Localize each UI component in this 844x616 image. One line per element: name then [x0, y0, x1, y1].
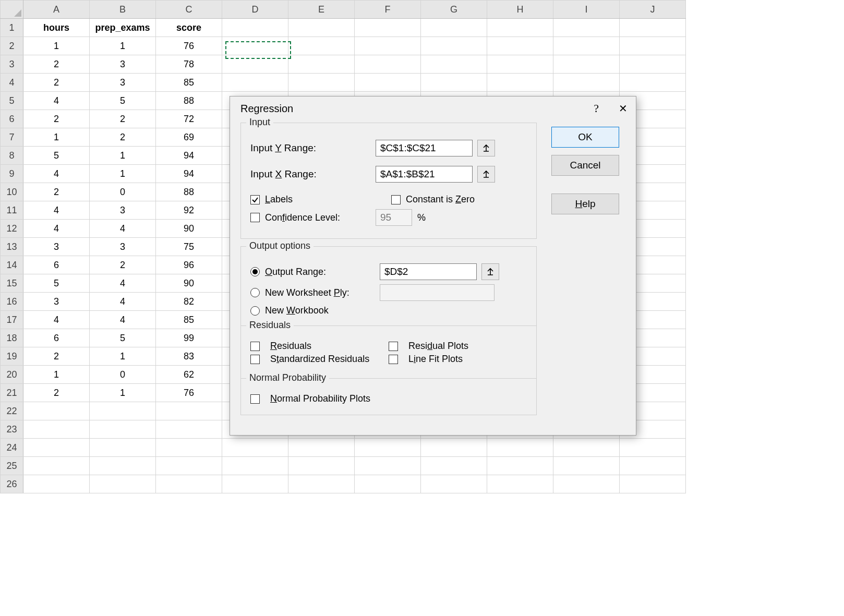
cell[interactable] — [421, 37, 487, 55]
column-header[interactable]: J — [620, 1, 686, 19]
cell[interactable]: 1 — [90, 165, 156, 183]
column-header[interactable]: C — [156, 1, 222, 19]
cell[interactable]: 69 — [156, 128, 222, 147]
cell[interactable] — [487, 19, 553, 37]
cell[interactable]: 1 — [23, 366, 90, 384]
output-range-radio[interactable] — [250, 267, 260, 276]
select-all-corner[interactable] — [1, 1, 23, 19]
cell[interactable]: prep_exams — [90, 19, 156, 37]
cell[interactable] — [553, 475, 620, 493]
row-header[interactable]: 7 — [1, 128, 23, 147]
cell[interactable] — [23, 457, 90, 475]
cell[interactable]: 90 — [156, 274, 222, 293]
row-header[interactable]: 5 — [1, 92, 23, 110]
cell[interactable] — [23, 402, 90, 420]
row-header[interactable]: 1 — [1, 19, 23, 37]
close-icon[interactable]: ✕ — [619, 102, 628, 115]
cell[interactable] — [23, 439, 90, 457]
cell[interactable] — [620, 55, 686, 74]
cell[interactable] — [421, 475, 487, 493]
cell[interactable] — [222, 37, 288, 55]
cell[interactable]: 2 — [23, 183, 90, 201]
cell[interactable] — [487, 74, 553, 92]
cell[interactable] — [288, 457, 355, 475]
cell[interactable]: 1 — [90, 384, 156, 402]
cell[interactable]: 0 — [90, 183, 156, 201]
cell[interactable]: 1 — [23, 37, 90, 55]
ok-button[interactable]: OK — [551, 127, 619, 148]
cell[interactable]: 94 — [156, 165, 222, 183]
cell[interactable]: 4 — [23, 311, 90, 329]
cell[interactable] — [487, 55, 553, 74]
cell[interactable] — [553, 439, 620, 457]
cell[interactable]: hours — [23, 19, 90, 37]
cell[interactable]: 1 — [90, 147, 156, 165]
cell[interactable] — [421, 439, 487, 457]
cell[interactable] — [156, 439, 222, 457]
cell[interactable]: 94 — [156, 147, 222, 165]
column-header[interactable]: G — [421, 1, 487, 19]
cell[interactable] — [487, 439, 553, 457]
cell[interactable] — [355, 37, 421, 55]
cell[interactable] — [553, 19, 620, 37]
cell[interactable] — [90, 420, 156, 439]
row-header[interactable]: 20 — [1, 366, 23, 384]
collapse-range-icon[interactable] — [481, 263, 499, 280]
cell[interactable] — [288, 19, 355, 37]
cancel-button[interactable]: Cancel — [551, 155, 619, 176]
row-header[interactable]: 8 — [1, 147, 23, 165]
cell[interactable]: 5 — [90, 329, 156, 347]
cell[interactable] — [620, 74, 686, 92]
row-header[interactable]: 24 — [1, 439, 23, 457]
row-header[interactable]: 15 — [1, 274, 23, 293]
cell[interactable] — [620, 19, 686, 37]
cell[interactable]: 78 — [156, 55, 222, 74]
cell[interactable] — [620, 37, 686, 55]
row-header[interactable]: 14 — [1, 256, 23, 274]
cell[interactable] — [487, 37, 553, 55]
cell[interactable]: 4 — [90, 220, 156, 238]
cell[interactable]: 99 — [156, 329, 222, 347]
new-worksheet-name[interactable] — [380, 284, 495, 301]
row-header[interactable]: 25 — [1, 457, 23, 475]
cell[interactable]: 2 — [23, 110, 90, 128]
cell[interactable] — [288, 475, 355, 493]
new-workbook-radio[interactable] — [250, 306, 260, 316]
new-worksheet-radio[interactable] — [250, 288, 260, 297]
cell[interactable]: 85 — [156, 74, 222, 92]
cell[interactable]: 3 — [90, 238, 156, 256]
cell[interactable]: 3 — [90, 74, 156, 92]
cell[interactable] — [222, 439, 288, 457]
cell[interactable]: 5 — [23, 147, 90, 165]
cell[interactable]: 0 — [90, 366, 156, 384]
cell[interactable]: 92 — [156, 201, 222, 220]
row-header[interactable]: 6 — [1, 110, 23, 128]
residuals-checkbox[interactable] — [250, 342, 260, 351]
row-header[interactable]: 4 — [1, 74, 23, 92]
row-header[interactable]: 19 — [1, 347, 23, 366]
cell[interactable] — [421, 457, 487, 475]
row-header[interactable]: 2 — [1, 37, 23, 55]
cell[interactable]: 1 — [23, 128, 90, 147]
cell[interactable]: 4 — [90, 274, 156, 293]
cell[interactable]: 3 — [23, 238, 90, 256]
cell[interactable]: 3 — [23, 293, 90, 311]
row-header[interactable]: 16 — [1, 293, 23, 311]
line-fit-checkbox[interactable] — [389, 355, 398, 364]
cell[interactable]: 2 — [90, 128, 156, 147]
dialog-help-icon[interactable]: ? — [594, 102, 599, 115]
cell[interactable] — [487, 475, 553, 493]
cell[interactable]: 2 — [23, 384, 90, 402]
cell[interactable]: 96 — [156, 256, 222, 274]
row-header[interactable]: 3 — [1, 55, 23, 74]
row-header[interactable]: 13 — [1, 238, 23, 256]
cell[interactable] — [222, 19, 288, 37]
cell[interactable] — [355, 457, 421, 475]
cell[interactable] — [421, 19, 487, 37]
row-header[interactable]: 10 — [1, 183, 23, 201]
cell[interactable]: 4 — [23, 92, 90, 110]
cell[interactable] — [620, 439, 686, 457]
cell[interactable] — [90, 402, 156, 420]
cell[interactable] — [156, 402, 222, 420]
cell[interactable]: 6 — [23, 256, 90, 274]
